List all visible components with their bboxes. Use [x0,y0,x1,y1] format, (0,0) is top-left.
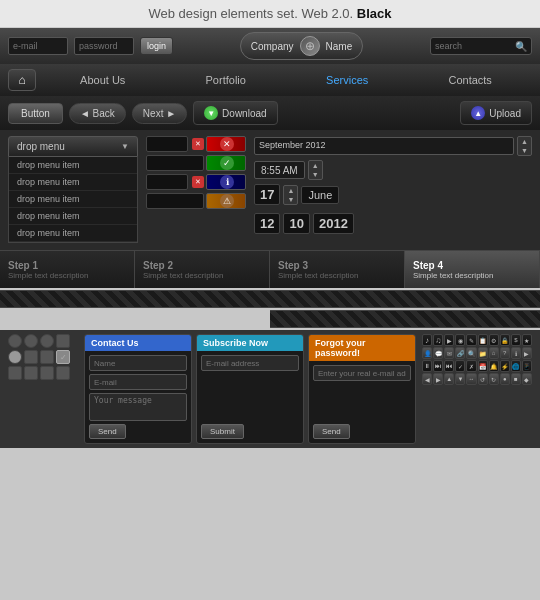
radio-selected[interactable] [8,350,22,364]
month-input[interactable]: September 2012 [254,137,514,155]
contact-name-input[interactable] [89,355,187,371]
kb-music2-icon[interactable]: ♫ [433,334,443,346]
kb-money-icon[interactable]: $ [511,334,521,346]
kb-info2-icon[interactable]: ℹ [511,347,521,359]
step-1[interactable]: Step 1 Simple text description [0,251,135,288]
blue-button[interactable]: ℹ [206,174,246,190]
forgot-submit-button[interactable]: Send [313,424,350,439]
kb-right-icon[interactable]: ▶ [433,373,443,385]
dark-box-4[interactable] [56,366,70,380]
step-3[interactable]: Step 3 Simple text description [270,251,405,288]
kb-up-icon[interactable]: ▲ [444,373,454,385]
day-spinner[interactable]: ▲ ▼ [283,185,298,205]
step-4[interactable]: Step 4 Simple text description [405,251,540,288]
kb-prev-icon[interactable]: ⏮ [444,360,454,372]
drop-item-2[interactable]: drop menu item [9,174,137,191]
orange-button[interactable]: ⚠ [206,193,246,209]
red-button[interactable]: ✕ [206,136,246,152]
kb-vol-icon[interactable]: ▶ [444,334,454,346]
spin-up-icon[interactable]: ▲ [518,137,531,146]
email-input[interactable] [8,37,68,55]
kb-check-icon[interactable]: ✓ [455,360,465,372]
home-button[interactable]: ⌂ [8,69,36,91]
drop-item-4[interactable]: drop menu item [9,208,137,225]
kb-phone-icon[interactable]: 📱 [522,360,532,372]
kb-search2-icon[interactable]: 🔍 [466,347,476,359]
spin-down-icon[interactable]: ▼ [518,146,531,155]
kb-sq-icon[interactable]: ■ [511,373,521,385]
kb-star-icon[interactable]: ★ [522,334,532,346]
kb-music-icon[interactable]: ♪ [422,334,432,346]
nav-about[interactable]: About Us [72,70,133,90]
kb-bell-icon[interactable]: 🔔 [489,360,499,372]
close-btn-2[interactable]: ✕ [192,176,204,188]
kb-gear-icon[interactable]: ⚙ [489,334,499,346]
radio-2[interactable] [24,334,38,348]
kb-next-icon[interactable]: ⏭ [433,360,443,372]
kb-lr-icon[interactable]: ↔ [466,373,476,385]
contact-email-input[interactable] [89,374,187,390]
drop-item-1[interactable]: drop menu item [9,157,137,174]
back-button[interactable]: ◄ Back [69,103,126,124]
kb-link-icon[interactable]: 🔗 [455,347,465,359]
dark-box-1[interactable] [8,366,22,380]
kb-cw-icon[interactable]: ↻ [489,373,499,385]
kb-chat-icon[interactable]: 💬 [433,347,443,359]
green-button[interactable]: ✓ [206,155,246,171]
time-spinner[interactable]: ▲ ▼ [308,160,323,180]
time-spin-up[interactable]: ▲ [309,161,322,170]
drop-item-3[interactable]: drop menu item [9,191,137,208]
search-input[interactable] [435,41,515,51]
upload-button[interactable]: ▲ Upload [460,101,532,125]
check-box-2[interactable] [24,350,38,364]
nav-portfolio[interactable]: Portfolio [198,70,254,90]
black-input-1[interactable] [146,136,188,152]
kb-pause-icon[interactable]: ⏸ [422,360,432,372]
black-input-4[interactable] [146,193,204,209]
kb-down-icon[interactable]: ▼ [455,373,465,385]
kb-user-icon[interactable]: 👤 [422,347,432,359]
kb-globe-icon[interactable]: 🌐 [511,360,521,372]
kb-camera-icon[interactable]: ◉ [455,334,465,346]
subscribe-email-input[interactable] [201,355,299,371]
kb-play-icon[interactable]: ▶ [522,347,532,359]
kb-clip-icon[interactable]: 📋 [478,334,488,346]
forgot-email-input[interactable] [313,365,411,381]
black-input-3[interactable] [146,174,188,190]
kb-ccw-icon[interactable]: ↺ [478,373,488,385]
kb-bolt-icon[interactable]: ⚡ [500,360,510,372]
radio-3[interactable] [40,334,54,348]
check-box-1[interactable] [56,334,70,348]
kb-mail-icon[interactable]: ✉ [444,347,454,359]
check-box-3[interactable] [40,350,54,364]
kb-lock-icon[interactable]: 🔒 [500,334,510,346]
nav-contacts[interactable]: Contacts [440,70,499,90]
subscribe-submit-button[interactable]: Submit [201,424,244,439]
time-spin-down[interactable]: ▼ [309,170,322,179]
download-button[interactable]: ▼ Download [193,101,277,125]
radio-1[interactable] [8,334,22,348]
black-input-2[interactable] [146,155,204,171]
kb-dot-icon[interactable]: ● [500,373,510,385]
search-icon[interactable]: 🔍 [515,41,527,52]
kb-diam-icon[interactable]: ◆ [522,373,532,385]
login-button[interactable]: login [140,37,173,55]
drop-menu-header[interactable]: drop menu ▼ [8,136,138,157]
month-spinner[interactable]: ▲ ▼ [517,136,532,156]
kb-edit-icon[interactable]: ✎ [466,334,476,346]
password-input[interactable] [74,37,134,55]
kb-home2-icon[interactable]: ⌂ [489,347,499,359]
kb-x-icon[interactable]: ✗ [466,360,476,372]
contact-submit-button[interactable]: Send [89,424,126,439]
kb-left-icon[interactable]: ◀ [422,373,432,385]
kb-question-icon[interactable]: ? [500,347,510,359]
dark-box-3[interactable] [40,366,54,380]
close-btn-1[interactable]: ✕ [192,138,204,150]
nav-services[interactable]: Services [318,70,376,90]
button-default[interactable]: Button [8,103,63,124]
check-box-selected[interactable]: ✓ [56,350,70,364]
dark-box-2[interactable] [24,366,38,380]
step-2[interactable]: Step 2 Simple text description [135,251,270,288]
next-button[interactable]: Next ► [132,103,187,124]
contact-message-input[interactable] [89,393,187,421]
